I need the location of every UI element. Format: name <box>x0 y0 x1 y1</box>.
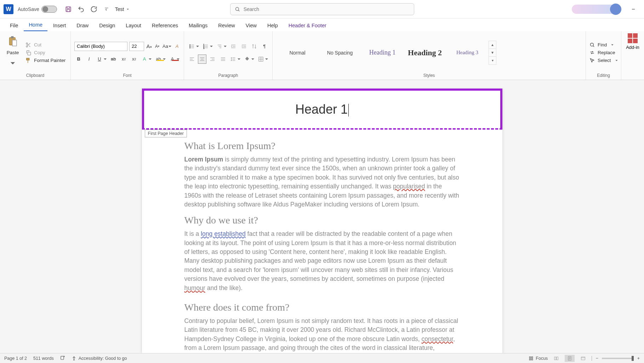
accessibility-label: Accessibility: Good to go <box>79 356 127 361</box>
font-color-button[interactable]: A <box>168 55 177 64</box>
word-app-icon: W <box>4 4 13 14</box>
font-group-label: Font <box>74 72 180 79</box>
tab-layout[interactable]: Layout <box>121 20 146 31</box>
text-effects-button[interactable]: A <box>140 55 149 64</box>
superscript-button[interactable]: x2 <box>130 55 138 64</box>
zoom-out-button[interactable]: − <box>595 356 598 361</box>
header-zone[interactable]: Header 1 First Page Header <box>142 89 502 130</box>
highlight-button[interactable]: ab <box>154 55 163 64</box>
document-body: What is Lorem Ipsum? Lorem Ipsum is simp… <box>142 130 502 353</box>
autosave-toggle[interactable] <box>41 6 57 13</box>
zoom-slider[interactable] <box>602 358 634 359</box>
status-accessibility[interactable]: Accessibility: Good to go <box>72 356 127 361</box>
align-center-button[interactable] <box>198 55 206 64</box>
find-button[interactable]: Find <box>589 42 619 47</box>
zoom-in-button[interactable]: + <box>637 356 640 361</box>
line-spacing-icon <box>230 56 236 62</box>
style-heading-3[interactable]: Heading 3 <box>446 41 489 64</box>
strikethrough-button[interactable]: ab <box>109 55 118 64</box>
tab-design[interactable]: Design <box>94 20 120 31</box>
tab-insert[interactable]: Insert <box>48 20 71 31</box>
select-button[interactable]: Select <box>589 58 619 63</box>
addins-group-label <box>625 72 640 79</box>
style-heading-2[interactable]: Heading 2 <box>404 41 446 64</box>
search-box[interactable] <box>230 3 414 15</box>
ribbon: Paste Cut Copy Format Painter Clipboard <box>0 31 644 80</box>
justify-button[interactable] <box>219 55 227 64</box>
tab-home[interactable]: Home <box>24 19 47 31</box>
autosave-label: AutoSave <box>18 6 39 12</box>
svg-point-12 <box>189 47 190 48</box>
align-right-button[interactable] <box>208 55 217 64</box>
redo-icon[interactable] <box>90 5 98 13</box>
status-page[interactable]: Page 1 of 2 <box>4 356 27 361</box>
qat-customize-icon[interactable] <box>102 5 111 13</box>
shrink-font-button[interactable]: A▾ <box>154 42 160 51</box>
ribbon-tabs: File Home Insert Draw Design Layout Refe… <box>0 18 644 31</box>
cut-button[interactable]: Cut <box>25 42 65 48</box>
tab-file[interactable]: File <box>5 20 23 31</box>
status-spellcheck[interactable] <box>60 355 65 361</box>
undo-icon[interactable] <box>77 5 85 13</box>
gallery-up-button[interactable]: ▲ <box>489 41 496 49</box>
change-case-button[interactable]: Aa <box>162 42 169 51</box>
tab-mailings[interactable]: Mailings <box>184 20 212 31</box>
bullets-icon <box>189 44 195 49</box>
bullets-button[interactable] <box>188 42 196 51</box>
increase-indent-button[interactable] <box>240 42 248 51</box>
account-avatar[interactable] <box>572 5 621 14</box>
print-layout-button[interactable] <box>565 355 575 362</box>
svg-rect-8 <box>28 52 31 55</box>
focus-mode-button[interactable]: Focus <box>529 356 548 361</box>
tab-view[interactable]: View <box>241 20 262 31</box>
line-spacing-button[interactable] <box>229 55 238 64</box>
document-area[interactable]: Header 1 First Page Header What is Lorem… <box>0 80 644 353</box>
style-heading-1[interactable]: Heading 1 <box>361 41 404 64</box>
shading-button[interactable] <box>243 55 251 64</box>
style-no-spacing[interactable]: No Spacing <box>319 41 361 64</box>
paste-button[interactable]: Paste <box>4 33 22 72</box>
tab-review[interactable]: Review <box>213 20 240 31</box>
subscript-button[interactable]: x2 <box>119 55 128 64</box>
increase-indent-icon <box>241 44 247 49</box>
decrease-indent-button[interactable] <box>229 42 238 51</box>
italic-button[interactable]: I <box>85 55 93 64</box>
font-size-combo[interactable] <box>129 42 144 51</box>
focus-label: Focus <box>536 356 548 361</box>
format-painter-button[interactable]: Format Painter <box>25 58 65 63</box>
paragraph-1: Lorem Ipsum is simply dummy text of the … <box>184 155 460 209</box>
show-marks-button[interactable]: ¶ <box>260 42 269 51</box>
tab-references[interactable]: References <box>147 20 183 31</box>
document-name[interactable]: Test <box>115 6 131 12</box>
style-normal[interactable]: Normal <box>276 41 319 64</box>
multilevel-list-button[interactable] <box>215 42 224 51</box>
tab-help[interactable]: Help <box>262 20 283 31</box>
read-mode-button[interactable] <box>551 355 561 362</box>
svg-rect-18 <box>61 356 63 359</box>
addins-button[interactable]: Add-in <box>626 33 639 72</box>
clear-formatting-button[interactable]: A <box>174 42 180 51</box>
svg-point-19 <box>73 356 74 357</box>
gallery-more-button[interactable]: ▾ <box>489 57 496 64</box>
web-layout-button[interactable] <box>578 355 588 362</box>
gallery-down-button[interactable]: ▼ <box>489 49 496 57</box>
copy-button[interactable]: Copy <box>25 50 65 56</box>
save-icon[interactable] <box>64 5 73 13</box>
tab-header-footer[interactable]: Header & Footer <box>284 20 331 31</box>
bold-button[interactable]: B <box>74 55 83 64</box>
grow-font-button[interactable]: A▴ <box>146 42 152 51</box>
replace-button[interactable]: Replace <box>589 50 619 55</box>
font-name-combo[interactable] <box>74 42 127 51</box>
minimize-button[interactable] <box>626 2 640 16</box>
paragraph-2: It is a long established fact that a rea… <box>184 229 460 293</box>
tab-draw[interactable]: Draw <box>72 20 93 31</box>
search-input[interactable] <box>244 6 410 12</box>
svg-rect-23 <box>531 359 533 360</box>
numbering-button[interactable]: 123 <box>201 42 210 51</box>
align-left-button[interactable] <box>188 55 196 64</box>
header-text[interactable]: Header 1 <box>295 102 349 117</box>
sort-button[interactable] <box>250 42 258 51</box>
borders-button[interactable] <box>257 55 265 64</box>
status-words[interactable]: 511 words <box>33 356 54 361</box>
underline-button[interactable]: U <box>95 55 104 64</box>
